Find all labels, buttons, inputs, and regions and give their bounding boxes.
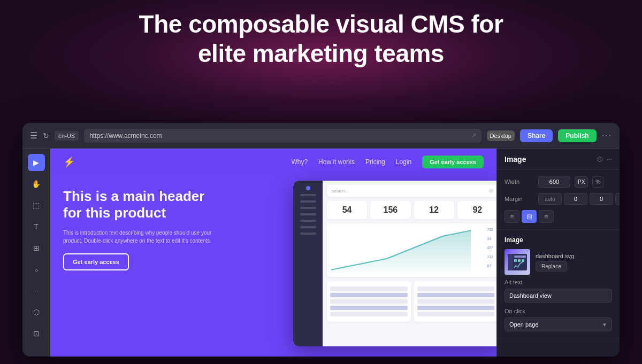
right-panel: Image ⬡ ··· Width PX % Margin	[496, 149, 620, 357]
publish-button[interactable]: Publish	[558, 129, 596, 142]
metric-card-4: 92	[457, 201, 496, 219]
metric-card-1: 54	[327, 201, 367, 219]
dash-line	[300, 233, 316, 235]
on-click-value: Open page	[509, 321, 538, 328]
image-section: Image	[497, 230, 620, 338]
dash-table-right	[414, 281, 497, 322]
canvas-intro[interactable]: This is introduction text describing why…	[63, 229, 224, 245]
nav-links: Why? How it works Pricing Login Get earl…	[291, 156, 484, 168]
cursor-tool-icon[interactable]: ▶	[28, 154, 45, 171]
svg-rect-3	[514, 259, 517, 262]
table-row	[330, 306, 408, 310]
table-row	[417, 286, 495, 291]
nav-link-why[interactable]: Why?	[291, 158, 308, 166]
table-row	[417, 293, 495, 297]
table-row	[330, 293, 408, 297]
image-filename: dashboard.svg	[536, 253, 574, 259]
canvas-navbar: ⚡ Why? How it works Pricing Login Get ea…	[50, 149, 496, 175]
align-left-button[interactable]: ≡	[505, 210, 519, 223]
left-sidebar: ▶ ✋ ⬚ T ⊞ ⬦ ··· ⬡ ⊡	[22, 149, 50, 357]
browser-window: ☰ ↻ en-US https://www.acmeinc.com ↗ Desk…	[22, 123, 620, 357]
paint-tool-icon[interactable]: ⬦	[28, 261, 45, 278]
on-click-dropdown[interactable]: Open page ▼	[505, 317, 612, 331]
percent-unit-button[interactable]: %	[592, 176, 603, 188]
margin-right-input[interactable]	[590, 193, 613, 205]
dashboard-bottom-grid	[327, 281, 496, 322]
image-thumbnail	[505, 249, 530, 275]
hand-tool-icon[interactable]: ✋	[28, 175, 45, 192]
refresh-icon[interactable]: ↻	[43, 131, 49, 140]
search-placeholder: Search...	[331, 189, 489, 193]
device-desktop-toggle[interactable]: Desktop	[487, 130, 515, 141]
table-row	[330, 286, 408, 291]
image-file-info: dashboard.svg Replace	[536, 253, 574, 272]
panel-header-icons: ⬡ ···	[597, 156, 612, 163]
table-row	[330, 312, 408, 316]
table-row	[417, 312, 495, 316]
chart-label-1: 732	[487, 228, 493, 231]
alt-text-input[interactable]	[505, 289, 612, 303]
dashboard-chart: 732 34 467 112 87	[327, 223, 496, 277]
metric-value-2: 156	[373, 205, 407, 215]
panel-cube-icon[interactable]: ⬡	[597, 156, 602, 163]
share-button[interactable]: Share	[520, 129, 553, 142]
chevron-down-icon: ▼	[602, 322, 607, 328]
more-options-icon[interactable]: ···	[602, 131, 612, 141]
nav-link-pricing[interactable]: Pricing	[365, 158, 385, 166]
canvas-cta-button[interactable]: Get early access	[63, 253, 129, 270]
alt-text-label: Alt text	[505, 279, 612, 285]
nav-cta-button[interactable]: Get early access	[422, 156, 484, 168]
text-tool-icon[interactable]: T	[28, 218, 45, 235]
dash-dot	[306, 186, 310, 190]
external-link-icon: ↗	[471, 132, 476, 139]
px-unit-button[interactable]: PX	[575, 176, 588, 188]
metric-value-3: 12	[417, 205, 451, 215]
layers-tool-icon[interactable]: ⬡	[28, 304, 45, 321]
width-label: Width	[505, 179, 534, 185]
metric-card-3: 12	[414, 201, 454, 219]
margin-top-input[interactable]	[564, 193, 587, 205]
image-preview-row: dashboard.svg Replace	[505, 249, 612, 275]
width-input[interactable]	[538, 176, 570, 188]
dashboard-metrics: 54 156 12 92	[327, 201, 496, 219]
chart-labels: 732 34 467 112 87	[487, 228, 493, 268]
assets-tool-icon[interactable]: ⊡	[28, 325, 45, 342]
dash-line	[300, 200, 316, 203]
nav-link-how[interactable]: How it works	[318, 158, 355, 166]
canvas-heading[interactable]: This is a main header for this product	[63, 188, 224, 221]
margin-bottom-input[interactable]	[615, 193, 620, 205]
margin-row: Margin	[505, 193, 612, 205]
dash-line	[300, 194, 316, 196]
more-tools-icon[interactable]: ···	[28, 282, 45, 299]
metric-card-2: 156	[370, 201, 410, 219]
panel-more-icon[interactable]: ···	[607, 156, 612, 163]
hero-title: The composable visual CMS for elite mark…	[0, 10, 642, 68]
dash-line	[300, 207, 316, 209]
svg-rect-2	[514, 255, 526, 258]
dashboard-sidebar	[293, 181, 323, 346]
replace-image-button[interactable]: Replace	[536, 261, 567, 272]
selection-tool-icon[interactable]: ⬚	[28, 197, 45, 214]
metric-value-4: 92	[461, 205, 494, 215]
panel-title: Image	[505, 155, 526, 164]
url-bar[interactable]: https://www.acmeinc.com ↗	[84, 129, 481, 143]
dash-table-left	[327, 281, 411, 322]
dash-line	[300, 226, 316, 228]
width-row: Width PX %	[505, 176, 612, 188]
svg-rect-4	[518, 259, 521, 262]
locale-badge: en-US	[55, 131, 79, 141]
hamburger-icon[interactable]: ☰	[30, 130, 37, 141]
align-right-button[interactable]: ≡	[539, 210, 554, 223]
table-row	[417, 299, 495, 304]
canvas-hero-text: This is a main header for this product T…	[63, 188, 224, 270]
image-thumb-inner	[505, 249, 530, 275]
align-center-button[interactable]: ⊟	[522, 210, 537, 223]
image-tool-icon[interactable]: ⊞	[28, 239, 45, 257]
chart-label-5: 87	[487, 264, 493, 268]
nav-link-login[interactable]: Login	[396, 158, 411, 166]
margin-left-input[interactable]	[538, 193, 562, 205]
dashboard-image[interactable]: Search... 54 156 12	[293, 181, 496, 346]
width-section: Width PX % Margin ≡	[497, 169, 620, 230]
right-panel-header: Image ⬡ ···	[497, 149, 620, 169]
hero-section: The composable visual CMS for elite mark…	[0, 10, 642, 68]
